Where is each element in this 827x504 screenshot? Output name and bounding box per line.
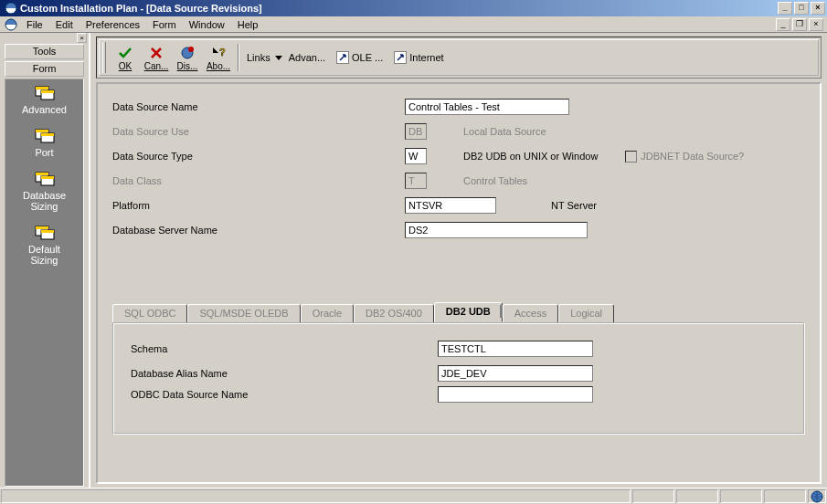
cascade-windows-icon: [34, 85, 56, 101]
mdi-minimize-button[interactable]: _: [776, 18, 790, 31]
status-cell-1: [632, 489, 674, 503]
tab-oracle[interactable]: Oracle: [301, 304, 354, 322]
globe-red-icon: [180, 46, 195, 60]
tab-strip: SQL ODBC SQL/MSDE OLEDB Oracle DB2 OS/40…: [112, 304, 805, 322]
svg-rect-13: [36, 173, 48, 175]
menu-form[interactable]: Form: [146, 19, 183, 30]
label-dsuse: Data Source Use: [112, 126, 405, 137]
descr-dataclass: Control Tables: [463, 175, 527, 186]
close-button[interactable]: ×: [811, 2, 825, 15]
arrow-box-icon: [394, 51, 407, 64]
sidebar-close-button[interactable]: ×: [77, 33, 87, 43]
menu-window[interactable]: Window: [183, 19, 231, 30]
minimize-button[interactable]: _: [778, 2, 792, 15]
tab-logical[interactable]: Logical: [558, 304, 614, 322]
status-bar: [0, 488, 827, 504]
input-platform[interactable]: [405, 197, 496, 214]
field-dsuse: DB: [405, 123, 427, 140]
sidebar-header-form[interactable]: Form: [5, 61, 84, 77]
label-schema: Schema: [131, 343, 438, 354]
label-dbserver: Database Server Name: [112, 225, 405, 236]
descr-dsuse: Local Data Source: [463, 126, 546, 137]
input-dstype[interactable]: [405, 148, 427, 164]
sidebar-item-label: Port: [35, 147, 53, 158]
ok-button[interactable]: OK: [110, 41, 141, 74]
dis-label: Dis...: [177, 61, 198, 71]
cancel-button[interactable]: Can...: [141, 41, 172, 74]
sidebar: × Tools Form Advanced Port Database Sizi…: [0, 33, 90, 488]
svg-point-21: [188, 47, 194, 52]
tab-sql-odbc[interactable]: SQL ODBC: [112, 304, 187, 322]
tab-db2-os400[interactable]: DB2 OS/400: [354, 304, 434, 322]
workspace: × Tools Form Advanced Port Database Sizi…: [0, 33, 827, 488]
mdi-restore-button[interactable]: ❐: [792, 18, 807, 31]
input-alias[interactable]: [438, 365, 593, 382]
label-platform: Platform: [112, 200, 405, 211]
svg-rect-7: [41, 90, 54, 93]
sidebar-handle: ×: [0, 33, 89, 43]
internet-link-label: Internet: [409, 52, 443, 63]
label-alias: Database Alias Name: [131, 368, 438, 379]
svg-rect-11: [41, 133, 54, 136]
ok-label: OK: [119, 61, 132, 71]
label-dataclass: Data Class: [112, 175, 405, 186]
svg-rect-15: [41, 176, 54, 179]
x-icon: [150, 47, 163, 59]
maximize-button[interactable]: □: [794, 2, 809, 15]
window-title: Custom Installation Plan - [Data Source …: [20, 3, 778, 14]
tab-sql-msde-oledb[interactable]: SQL/MSDE OLEDB: [187, 304, 300, 322]
input-dbserver[interactable]: [405, 222, 588, 238]
sidebar-header-tools[interactable]: Tools: [5, 44, 84, 59]
internet-link[interactable]: Internet: [388, 51, 449, 64]
sidebar-item-advanced[interactable]: Advanced: [5, 85, 83, 115]
menu-help[interactable]: Help: [231, 19, 265, 30]
sidebar-item-database-sizing[interactable]: Database Sizing: [5, 171, 83, 212]
svg-rect-9: [36, 130, 48, 132]
label-odbc: ODBC Data Source Name: [131, 389, 438, 400]
descr-platform: NT Server: [551, 200, 597, 211]
toolbar-container: OK Can... Dis... ? Abo... Links: [96, 37, 822, 79]
menu-edit[interactable]: Edit: [49, 19, 80, 30]
cascade-windows-icon: [34, 225, 56, 241]
check-icon: [118, 46, 133, 60]
input-odbc[interactable]: [438, 386, 593, 403]
sidebar-item-default-sizing[interactable]: Default Sizing: [5, 225, 83, 266]
label-dstype: Data Source Type: [112, 151, 405, 162]
status-cell-2: [676, 489, 718, 503]
tab-panel: Schema Database Alias Name ODBC Data Sou…: [112, 322, 805, 435]
arrow-box-icon: [336, 51, 349, 64]
about-label: Abo...: [207, 61, 230, 71]
sidebar-item-port[interactable]: Port: [5, 128, 83, 158]
menu-file[interactable]: File: [20, 19, 49, 30]
mdi-close-button[interactable]: ×: [809, 18, 823, 31]
jdbnet-label: JDBNET Data Source?: [641, 151, 744, 162]
cascade-windows-icon: [34, 128, 56, 144]
toolbar-grip[interactable]: [102, 42, 106, 73]
status-globe: [808, 489, 826, 503]
svg-rect-19: [41, 230, 54, 233]
sidebar-item-label: Default Sizing: [28, 244, 60, 266]
dis-button[interactable]: Dis...: [172, 41, 203, 74]
menu-bar: File Edit Preferences Form Window Help _…: [0, 16, 827, 33]
ole-link[interactable]: OLE ...: [331, 51, 388, 64]
toolbar: OK Can... Dis... ? Abo... Links: [99, 39, 819, 76]
triangle-down-icon[interactable]: [274, 53, 283, 62]
input-schema[interactable]: [438, 341, 593, 357]
ole-link-label: OLE ...: [352, 52, 383, 63]
tab-db2-udb[interactable]: DB2 UDB: [434, 302, 503, 322]
field-dataclass: T: [405, 173, 427, 189]
tab-access[interactable]: Access: [503, 304, 558, 322]
svg-rect-5: [36, 87, 48, 89]
about-button[interactable]: ? Abo...: [203, 41, 234, 74]
advanced-link[interactable]: Advan...: [283, 52, 331, 63]
status-cell-3: [720, 489, 762, 503]
svg-text:?: ?: [219, 47, 226, 58]
menu-preferences[interactable]: Preferences: [80, 19, 146, 30]
sidebar-item-label: Database Sizing: [23, 190, 66, 212]
sidebar-body: Advanced Port Database Sizing Default Si…: [5, 79, 84, 487]
checkbox-icon: [625, 151, 637, 163]
title-bar: Custom Installation Plan - [Data Source …: [0, 0, 827, 16]
status-cell-4: [764, 489, 806, 503]
input-dsname[interactable]: [405, 99, 569, 115]
doc-icon: [5, 18, 17, 31]
